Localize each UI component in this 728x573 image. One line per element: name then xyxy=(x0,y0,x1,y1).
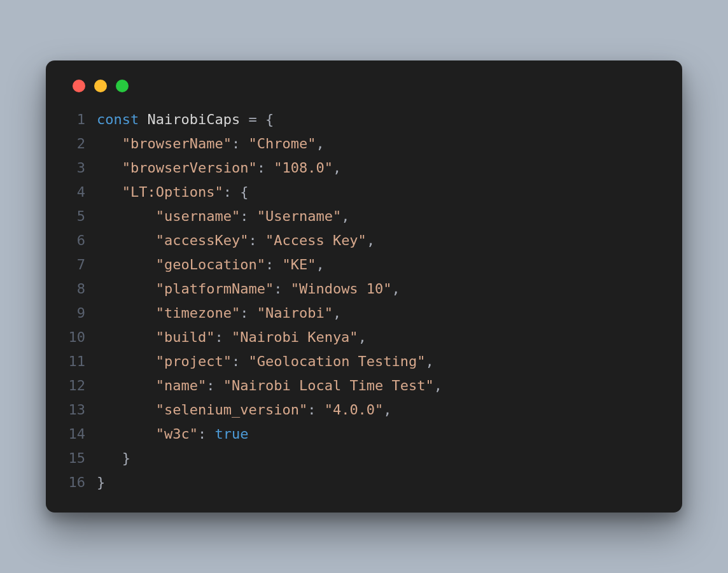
value-string: "108.0" xyxy=(274,160,333,176)
code-line: 1const NairobiCaps = { xyxy=(67,108,661,132)
code-window: 1const NairobiCaps = {2 "browserName": "… xyxy=(46,60,682,513)
line-number: 4 xyxy=(67,180,97,204)
value-string: "Windows 10" xyxy=(291,281,392,297)
close-icon[interactable] xyxy=(73,80,85,92)
code-line: 12 "name": "Nairobi Local Time Test", xyxy=(67,374,661,398)
code-content: "browserName": "Chrome", xyxy=(97,132,661,156)
key-string: "selenium_version" xyxy=(156,402,307,418)
code-line: 7 "geoLocation": "KE", xyxy=(67,253,661,277)
key-string: "geoLocation" xyxy=(156,257,265,272)
keyword: const xyxy=(97,111,139,127)
value-string: "Geolocation Testing" xyxy=(248,353,425,369)
code-content: "name": "Nairobi Local Time Test", xyxy=(97,374,661,398)
code-content: "browserVersion": "108.0", xyxy=(97,156,661,180)
value-string: "Chrome" xyxy=(248,136,316,152)
line-number: 3 xyxy=(67,156,97,180)
line-number: 8 xyxy=(67,277,97,301)
code-content: "username": "Username", xyxy=(97,204,661,229)
value-string: "KE" xyxy=(282,257,316,272)
code-line: 4 "LT:Options": { xyxy=(67,180,661,204)
key-string: "timezone" xyxy=(156,305,240,321)
identifier: NairobiCaps xyxy=(147,111,240,127)
line-number: 15 xyxy=(67,446,97,470)
line-number: 12 xyxy=(67,374,97,398)
zoom-icon[interactable] xyxy=(116,80,129,92)
code-line: 10 "build": "Nairobi Kenya", xyxy=(67,325,661,350)
value-string: "Nairobi Kenya" xyxy=(232,329,358,345)
code-content: "accessKey": "Access Key", xyxy=(97,229,661,253)
code-line: 9 "timezone": "Nairobi", xyxy=(67,301,661,325)
code-line: 15 } xyxy=(67,446,661,470)
code-content: "timezone": "Nairobi", xyxy=(97,301,661,325)
code-line: 2 "browserName": "Chrome", xyxy=(67,132,661,156)
code-line: 13 "selenium_version": "4.0.0", xyxy=(67,398,661,422)
value-string: "Nairobi" xyxy=(257,305,333,321)
window-titlebar xyxy=(46,60,682,108)
line-number: 2 xyxy=(67,132,97,156)
key-string: "browserVersion" xyxy=(122,160,257,176)
code-block: 1const NairobiCaps = {2 "browserName": "… xyxy=(46,108,682,495)
line-number: 11 xyxy=(67,350,97,374)
key-string: "accessKey" xyxy=(156,232,249,248)
code-content: const NairobiCaps = { xyxy=(97,108,661,132)
code-content: "build": "Nairobi Kenya", xyxy=(97,325,661,350)
key-string: "project" xyxy=(156,353,232,369)
key-string: "LT:Options" xyxy=(122,184,223,200)
code-line: 11 "project": "Geolocation Testing", xyxy=(67,350,661,374)
code-content: } xyxy=(97,470,661,495)
code-line: 6 "accessKey": "Access Key", xyxy=(67,229,661,253)
key-string: "platformName" xyxy=(156,281,274,297)
line-number: 1 xyxy=(67,108,97,132)
line-number: 16 xyxy=(67,470,97,495)
line-number: 10 xyxy=(67,325,97,350)
key-string: "w3c" xyxy=(156,426,198,442)
line-number: 14 xyxy=(67,422,97,446)
key-string: "build" xyxy=(156,329,215,345)
code-line: 8 "platformName": "Windows 10", xyxy=(67,277,661,301)
code-line: 3 "browserVersion": "108.0", xyxy=(67,156,661,180)
code-line: 16} xyxy=(67,470,661,495)
line-number: 6 xyxy=(67,229,97,253)
code-line: 14 "w3c": true xyxy=(67,422,661,446)
minimize-icon[interactable] xyxy=(94,80,107,92)
line-number: 7 xyxy=(67,253,97,277)
key-string: "name" xyxy=(156,378,206,393)
code-content: "platformName": "Windows 10", xyxy=(97,277,661,301)
key-string: "username" xyxy=(156,208,240,224)
code-content: "selenium_version": "4.0.0", xyxy=(97,398,661,422)
code-content: "LT:Options": { xyxy=(97,180,661,204)
line-number: 5 xyxy=(67,204,97,229)
code-content: "project": "Geolocation Testing", xyxy=(97,350,661,374)
code-content: "geoLocation": "KE", xyxy=(97,253,661,277)
key-string: "browserName" xyxy=(122,136,232,152)
value-string: "Username" xyxy=(257,208,341,224)
code-content: } xyxy=(97,446,661,470)
line-number: 13 xyxy=(67,398,97,422)
line-number: 9 xyxy=(67,301,97,325)
value-string: "Nairobi Local Time Test" xyxy=(223,378,434,393)
value-string: "4.0.0" xyxy=(325,402,384,418)
value-string: "Access Key" xyxy=(265,232,367,248)
value-bool: true xyxy=(214,426,248,442)
code-line: 5 "username": "Username", xyxy=(67,204,661,229)
code-content: "w3c": true xyxy=(97,422,661,446)
